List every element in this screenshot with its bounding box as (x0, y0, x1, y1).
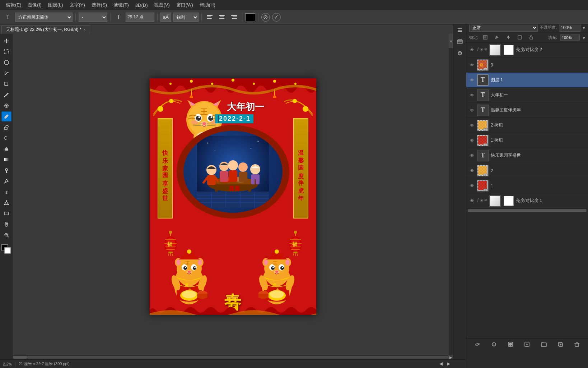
layer-item-1[interactable]: 👁 FS 1 (466, 178, 588, 193)
layer-visibility-title[interactable]: 👁 (469, 92, 475, 98)
opacity-input[interactable] (559, 24, 580, 32)
svg-rect-234 (575, 343, 579, 346)
menu-image[interactable]: 图像(I) (25, 1, 44, 9)
status-next-btn[interactable]: ▶ (445, 361, 452, 366)
new-fill-layer-btn[interactable] (523, 340, 531, 349)
dodge-tool[interactable] (1, 165, 11, 175)
vertical-scrollbar[interactable] (449, 34, 453, 355)
document-tab[interactable]: 无标题-1 @ 22.2% (大年初一, RGB/8) * × (1, 25, 90, 34)
tab-close-button[interactable]: × (84, 28, 86, 32)
align-center-button[interactable] (217, 13, 227, 22)
eraser-tool[interactable] (1, 144, 11, 154)
menu-layer[interactable]: 图层(L) (45, 1, 66, 9)
status-prev-btn[interactable]: ◀ (438, 361, 444, 366)
lasso-tool[interactable] (1, 58, 11, 68)
aa-button[interactable]: aA (160, 13, 171, 22)
type-tool-sidebar[interactable]: T (1, 187, 11, 197)
layer-item-2[interactable]: 👁 FS 2 (466, 163, 588, 178)
layer-visibility-brightness2[interactable]: 👁 (469, 47, 475, 53)
hand-tool[interactable] (1, 219, 11, 229)
zoom-tool[interactable] (1, 230, 11, 240)
new-layer-btn[interactable] (556, 340, 565, 349)
menu-filter[interactable]: 滤镜(T) (111, 1, 132, 9)
path-selection-tool[interactable] (1, 198, 11, 208)
healing-tool[interactable] (1, 101, 11, 111)
link-layers-btn[interactable] (473, 340, 482, 349)
magic-wand-tool[interactable] (1, 68, 11, 78)
menu-3d[interactable]: 3D(D) (132, 2, 151, 9)
svg-point-76 (191, 120, 198, 124)
pen-tool[interactable] (1, 176, 11, 186)
collapse-panel-btn[interactable]: » (449, 34, 453, 48)
fill-input[interactable] (560, 34, 580, 41)
lock-image-btn[interactable] (493, 34, 501, 41)
background-color[interactable] (4, 247, 11, 254)
align-left-button[interactable] (205, 13, 215, 22)
layer-item-1copy[interactable]: 👁 FS 1 拷贝 (466, 133, 588, 148)
menu-window[interactable]: 窗口(W) (173, 1, 196, 9)
opacity-dropdown-arrow[interactable]: ▾ (583, 25, 585, 31)
menu-select[interactable]: 选择(S) (89, 1, 110, 9)
confirm-type-button[interactable]: ✓ (272, 13, 281, 22)
gradient-tool[interactable] (1, 155, 11, 165)
history-brush-tool[interactable] (1, 133, 11, 143)
fill-dropdown-arrow[interactable]: ▾ (583, 35, 585, 41)
layer-visibility-couplet-left[interactable]: 👁 (469, 153, 475, 158)
channels-panel-icon[interactable] (455, 48, 465, 58)
rectangle-tool[interactable] (1, 208, 11, 218)
clone-stamp-tool[interactable] (1, 122, 11, 132)
crop-tool[interactable] (1, 79, 11, 89)
lock-all-btn[interactable] (527, 34, 536, 41)
cancel-type-button[interactable]: ⊘ (261, 13, 270, 22)
eyedropper-tool[interactable] (1, 90, 11, 100)
right-couplet-panel: 温,馨,国,度,伴,虎,年 (293, 118, 308, 218)
layer-item-title[interactable]: 👁 T 大年初一 (466, 88, 588, 103)
align-right-button[interactable] (229, 13, 239, 22)
layer-item-layer1[interactable]: 👁 T 图层 1 (466, 73, 588, 88)
menu-help[interactable]: 帮助(H) (197, 1, 218, 9)
layer-effects-btn[interactable] (490, 340, 498, 349)
horizontal-scrollbar[interactable]: ▶ (13, 355, 453, 359)
layer-item-couplet-left[interactable]: 👁 T 快乐家园享盛世 (466, 148, 588, 163)
blend-mode-select[interactable]: 正常 (469, 24, 538, 32)
svg-text:福: 福 (167, 241, 172, 247)
layers-panel-icon[interactable] (455, 37, 465, 47)
layer-mask-btn[interactable] (506, 340, 515, 349)
layer-visibility-9[interactable]: 👁 (469, 62, 475, 68)
text-color-swatch[interactable] (245, 13, 255, 21)
layer-item-brightness2[interactable]: 👁 ƒ ☀ ⊗ 亮度/对比度 2 (466, 42, 588, 58)
menu-type[interactable]: 文字(Y) (67, 1, 88, 9)
svg-point-82 (258, 141, 259, 142)
layer-item-2copy[interactable]: 👁 FS 2 拷贝 (466, 118, 588, 133)
layer-item-9[interactable]: 👁 福 FS 9 (466, 58, 588, 73)
layer-visibility-couplet-right[interactable]: 👁 (469, 107, 475, 113)
layer-item-brightness1[interactable]: 👁 ƒ ☀ ⊗ 亮度/对比度 1 (466, 193, 588, 208)
h-scroll-thumb[interactable] (13, 356, 27, 359)
brush-tool[interactable] (1, 111, 11, 121)
properties-panel-icon[interactable] (455, 25, 465, 35)
layer-visibility-2[interactable]: 👁 (469, 168, 475, 174)
layer-visibility-layer1[interactable]: 👁 (469, 77, 475, 83)
lock-transparent-btn[interactable] (481, 34, 490, 41)
date-selected-text[interactable]: 2022-2-1 (215, 114, 253, 123)
layer-visibility-brightness1[interactable]: 👁 (469, 198, 475, 204)
menu-view[interactable]: 视图(V) (151, 1, 172, 9)
menu-edit[interactable]: 编辑(E) (3, 1, 24, 9)
lock-position-btn[interactable] (504, 34, 513, 41)
new-group-btn[interactable] (540, 340, 548, 349)
delete-layer-btn[interactable] (573, 340, 581, 349)
marquee-tool[interactable] (1, 47, 11, 57)
font-style-select[interactable]: - (79, 13, 107, 22)
layer-visibility-1copy[interactable]: 👁 (469, 138, 475, 143)
layer-visibility-2copy[interactable]: 👁 (469, 123, 475, 128)
font-size-input[interactable] (126, 13, 154, 22)
layer-visibility-1[interactable]: 👁 (469, 183, 475, 189)
circle-inner-scene: 喜喜 (183, 131, 283, 213)
svg-line-12 (5, 73, 7, 75)
h-scroll-right-btn[interactable]: ▶ (448, 355, 453, 359)
layer-item-couplet-right[interactable]: 👁 T 温馨国度伴虎年 (466, 103, 588, 118)
move-tool[interactable] (1, 36, 11, 46)
antialiasing-select[interactable]: 锐利 (173, 13, 199, 22)
lock-artboard-btn[interactable] (515, 34, 524, 41)
font-family-select[interactable]: 方正粗黑宋简体 (15, 13, 73, 22)
